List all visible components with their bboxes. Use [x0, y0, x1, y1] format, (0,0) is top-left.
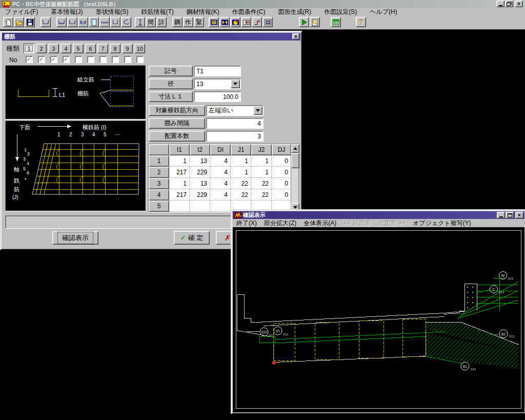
- col-header-j2[interactable]: J2: [251, 144, 272, 155]
- kind-button-4[interactable]: 4: [60, 44, 71, 53]
- kind-button-9[interactable]: 9: [122, 44, 133, 53]
- brief-mode-button[interactable]: 簡: [146, 17, 156, 27]
- minimize-button[interactable]: [496, 1, 504, 7]
- direction-select[interactable]: 左端沿い: [206, 105, 264, 116]
- table-cell[interactable]: 1: [251, 167, 272, 178]
- menu-steel-info[interactable]: 鋼材情報(K): [181, 8, 225, 16]
- menu-shape-info[interactable]: 形状情報(S): [90, 8, 133, 16]
- viewer-maximize-button[interactable]: [506, 212, 514, 218]
- section-x-button[interactable]: [219, 17, 230, 27]
- viewer-drawing-area[interactable]: S10 S1 W C B2 B1 D13 D13 D13 D13 D13 D13: [233, 227, 524, 412]
- bend-arrow-button[interactable]: [252, 17, 262, 27]
- col-header-j1[interactable]: J1: [231, 144, 251, 155]
- table-cell[interactable]: 0: [272, 178, 291, 189]
- diameter-dropdown-arrow-icon[interactable]: [231, 79, 240, 88]
- layer-list-button[interactable]: [209, 17, 219, 27]
- gauge-button[interactable]: [230, 17, 240, 27]
- enclose-pitch-input[interactable]: 4: [206, 118, 264, 129]
- table-button[interactable]: [331, 17, 341, 27]
- length-l1-input[interactable]: 100.0: [194, 91, 241, 102]
- kind-checkbox-8[interactable]: [112, 56, 119, 63]
- viewer-menu-partial-zoom[interactable]: 部分拡大(Z): [260, 219, 300, 228]
- kind-checkbox-7[interactable]: [99, 56, 107, 63]
- kind-button-8[interactable]: 8: [110, 44, 120, 53]
- create-button[interactable]: 作: [183, 17, 193, 27]
- save-button[interactable]: [25, 17, 35, 27]
- table-cell[interactable]: 217: [169, 167, 190, 178]
- steel-button[interactable]: 鋼: [172, 17, 183, 27]
- restore-button[interactable]: [505, 1, 513, 7]
- table-cell[interactable]: 229: [190, 189, 210, 201]
- rebar-tool-4-button[interactable]: [78, 17, 88, 27]
- row-header[interactable]: 2: [149, 167, 169, 178]
- open-file-button[interactable]: [14, 17, 24, 27]
- kind-checkbox-4[interactable]: ✓: [63, 56, 70, 63]
- run-button[interactable]: [299, 17, 309, 27]
- kind-button-2[interactable]: 2: [36, 44, 47, 53]
- rebar-tool-2-button[interactable]: [56, 17, 67, 27]
- table-cell[interactable]: 1: [251, 155, 272, 167]
- kind-checkbox-2[interactable]: ✓: [38, 56, 45, 63]
- table-cell[interactable]: 4: [210, 178, 231, 189]
- rebar-tool-1-button[interactable]: [41, 17, 51, 27]
- help-button[interactable]: ?: [356, 17, 366, 27]
- table-cell[interactable]: 13: [190, 178, 210, 189]
- col-header-dj[interactable]: DJ: [272, 144, 291, 155]
- viewer-close-button[interactable]: ×: [515, 212, 523, 218]
- table-cell[interactable]: 4: [210, 167, 231, 178]
- table-cell[interactable]: 22: [231, 189, 251, 201]
- table-cell[interactable]: 4: [210, 155, 231, 167]
- kind-checkbox-9[interactable]: [124, 56, 131, 63]
- rebar-tool-3-button[interactable]: [67, 17, 77, 27]
- table-cell[interactable]: 22: [251, 178, 272, 189]
- flip-pages-button[interactable]: [241, 17, 251, 27]
- table-cell[interactable]: 1: [169, 155, 190, 167]
- column-grid-button[interactable]: [262, 17, 273, 27]
- table-scrollbar[interactable]: [291, 144, 299, 212]
- sheet-tool-button[interactable]: [89, 17, 99, 27]
- rebar-tool-5-button[interactable]: [99, 17, 110, 27]
- kind-checkbox-6[interactable]: [87, 56, 94, 63]
- table-cell[interactable]: 13: [190, 155, 210, 167]
- row-header[interactable]: 5: [149, 201, 169, 212]
- rebar-tool-7-button[interactable]: [121, 17, 131, 27]
- menu-draw-conditions[interactable]: 作図条件(C): [227, 8, 271, 16]
- detail-mode-button[interactable]: 詳: [156, 17, 167, 27]
- direction-dropdown-arrow-icon[interactable]: [253, 106, 262, 115]
- row-header[interactable]: 1: [149, 155, 169, 167]
- viewer-menu-fit-view[interactable]: 全体表示(A): [300, 219, 340, 228]
- preview-button[interactable]: [310, 17, 320, 27]
- table-cell[interactable]: 1: [231, 167, 251, 178]
- kind-button-5[interactable]: 5: [73, 44, 84, 53]
- kind-button-10[interactable]: 10: [134, 44, 145, 53]
- viewer-menu-object-copy[interactable]: オブジェクト複写(Y): [409, 219, 475, 228]
- col-header-di[interactable]: DI: [210, 144, 231, 155]
- col-header-i2[interactable]: I2: [190, 144, 210, 155]
- row-header[interactable]: 3: [149, 178, 169, 189]
- viewer-minimize-button[interactable]: [497, 212, 505, 218]
- table-cell[interactable]: 22: [231, 178, 251, 189]
- table-cell[interactable]: 0: [272, 189, 291, 201]
- kind-button-3[interactable]: 3: [48, 44, 59, 53]
- table-cell[interactable]: [190, 201, 210, 212]
- tension-button[interactable]: 緊: [194, 17, 204, 27]
- kind-button-1[interactable]: 1: [24, 44, 34, 53]
- table-cell[interactable]: 0: [272, 167, 291, 178]
- kind-checkbox-10[interactable]: [136, 56, 144, 63]
- table-cell[interactable]: 1: [231, 155, 251, 167]
- table-cell[interactable]: 22: [251, 189, 272, 201]
- confirm-display-button[interactable]: 確認表示: [52, 231, 98, 245]
- ok-button[interactable]: ✓ 確 定: [174, 231, 210, 245]
- kind-button-7[interactable]: 7: [97, 44, 108, 53]
- menu-draw-settings[interactable]: 作図設定(S): [319, 8, 362, 16]
- kind-checkbox-3[interactable]: ✓: [50, 56, 57, 63]
- menu-help[interactable]: ヘルプ(H): [365, 8, 402, 16]
- kind-checkbox-5[interactable]: [75, 56, 82, 63]
- pin-tool-button[interactable]: [135, 17, 145, 27]
- table-cell[interactable]: 217: [169, 189, 190, 201]
- table-cell[interactable]: [210, 201, 231, 212]
- table-cell[interactable]: 1: [169, 178, 190, 189]
- table-cell[interactable]: [169, 201, 190, 212]
- menu-basic-info[interactable]: 基本情報(J): [46, 8, 88, 16]
- new-file-button[interactable]: [3, 17, 13, 27]
